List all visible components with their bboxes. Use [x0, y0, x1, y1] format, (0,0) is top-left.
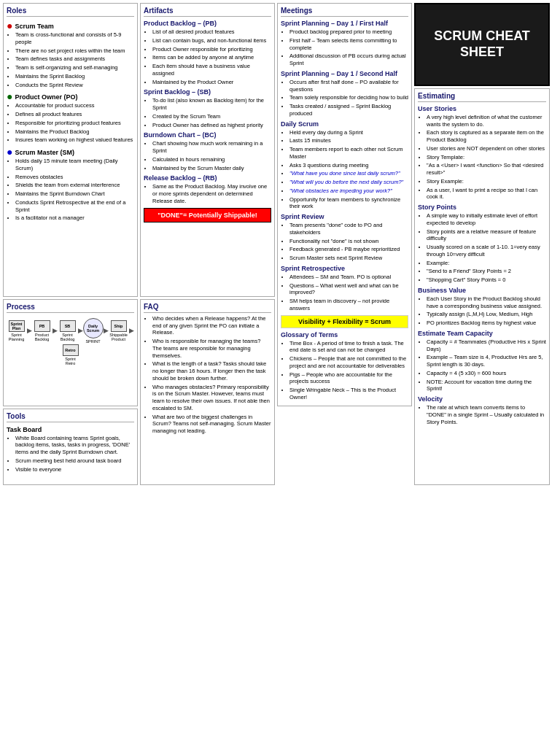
proc-sprint-planning: SprintPlan Sprint Planning: [7, 320, 26, 341]
visibility-label: Visibility + Flexibility = Scrum: [281, 315, 408, 328]
sprint-retrospective-title: Sprint Retrospective: [281, 265, 408, 272]
estimate-capacity-list: Capacity = # Teammates (Productive Hrs x…: [418, 338, 546, 392]
list-item: Who manages obstacles? Primary responsib…: [152, 384, 271, 412]
release-backlog-title: Release Backlog – (RB): [144, 174, 271, 182]
list-item: Product Owner responsible for prioritizi…: [152, 46, 271, 53]
list-item: Scrum Master sets next Sprint Review: [289, 255, 408, 262]
list-item: SM helps team in discovery – not provide…: [289, 298, 408, 312]
list-item: Is a facilitator not a manager: [15, 214, 134, 222]
list-item: Additional discussion of PB occurs durin…: [289, 53, 408, 67]
product-owner-list: Accountable for product success Defines …: [7, 102, 134, 144]
estimate-capacity-title: Estimate Team Capacity: [418, 330, 546, 337]
proc-box: Retro: [63, 344, 79, 356]
list-item: Defines all product features: [15, 111, 134, 118]
list-item: Pigs – People who are accountable for th…: [289, 371, 408, 386]
list-item: Removes obstacles: [15, 174, 134, 181]
proc-circle: DailyScrum: [83, 318, 104, 338]
list-item: White Board containing teams Sprint goal…: [15, 435, 134, 456]
list-item: As a user, I want to print a recipe so t…: [427, 187, 546, 201]
list-item: Responsible for prioritizing product fea…: [15, 120, 134, 127]
sprint-planning-first-list: Product backlog prepared prior to meetin…: [281, 28, 408, 67]
proc-label: SPRINT: [85, 339, 100, 344]
sprint-backlog-title: Sprint Backlog – (SB): [144, 88, 271, 96]
italic-item: "What have you done since last daily scr…: [289, 170, 400, 177]
list-item: Functionality not "done" is not shown: [289, 238, 408, 245]
proc-label: Sprint Planning: [7, 333, 26, 341]
velocity-list: The rate at which team converts items to…: [418, 404, 546, 425]
list-item: "As a <User> I want <function> So that <…: [427, 162, 546, 177]
proc-retrospective: Retro Sprint Retro: [61, 344, 80, 365]
list-item: Held every day during a Sprint: [289, 129, 408, 136]
release-backlog-list: Same as the Product Backlog. May involve…: [144, 183, 271, 204]
list-item: To-do list (also known as Backlog item) …: [152, 97, 271, 112]
list-item: Created by the Scrum Team: [152, 113, 271, 120]
business-value-title: Business Value: [418, 287, 546, 294]
list-item: What are two of the biggest challenges i…: [152, 414, 271, 435]
list-item: Maintains the Sprint Backlog: [15, 73, 134, 80]
process-diagram: SprintPlan Sprint Planning ▶ PB Product …: [7, 315, 134, 368]
sprint-planning-second-title: Sprint Planning – Day 1 / Second Half: [281, 70, 408, 77]
list-item: List can contain bugs, and non-functiona…: [152, 37, 271, 44]
sprint-review-list: Team presents "done" code to PO and stak…: [281, 222, 408, 262]
burndown-chart-title: Burndown Chart – (BC): [144, 131, 271, 139]
list-item: Story Template:: [427, 154, 546, 161]
user-stories-title: User Stories: [418, 105, 546, 112]
burndown-chart-list: Chart showing how much work remaining in…: [144, 140, 271, 171]
list-item: Chickens – People that are not committed…: [289, 355, 408, 370]
list-item: Calculated in hours remaining: [152, 156, 271, 163]
proc-arrow: ▶: [27, 327, 32, 334]
glossary-list: Time Box - A period of time to finish a …: [281, 340, 408, 401]
list-item: Team solely responsible for deciding how…: [289, 94, 408, 101]
product-backlog-list: List of all desired product features Lis…: [144, 28, 271, 85]
list-item: Insures team working on highest valued f…: [15, 136, 134, 144]
list-item: Team members report to each other not Sc…: [289, 146, 408, 160]
italic-item: "What will you do before the next daily …: [289, 179, 403, 185]
sprint-backlog-list: To-do list (also known as Backlog item) …: [144, 97, 271, 128]
process-title: Process: [7, 303, 134, 313]
product-owner-header: ● Product Owner (PO): [7, 90, 134, 102]
list-item: Questions – What went well and what can …: [289, 282, 408, 297]
list-item: "Send to a Friend" Story Points = 2: [427, 268, 546, 275]
cheat-sheet-title: SCRUM CHEAT SHEET: [420, 28, 544, 60]
list-item: Capacity = 4 (5 x30) = 600 hours: [427, 370, 546, 377]
list-item: Scrum meeting best held around task boar…: [15, 457, 134, 465]
proc-product-backlog: PB Product Backlog: [33, 320, 52, 341]
list-item: What is the length of a task? Tasks shou…: [152, 360, 271, 382]
scrum-team-list: Team is cross-functional and consists of…: [7, 31, 134, 88]
list-item: Team is cross-functional and consists of…: [15, 31, 134, 46]
list-item: "What have you done since last daily scr…: [289, 170, 408, 177]
story-points-list: A simple way to initially estimate level…: [418, 212, 546, 284]
proc-sprint: DailyScrum SPRINT: [84, 318, 103, 344]
list-item: "What will you do before the next daily …: [289, 179, 408, 186]
list-item: Holds daily 15 minute team meeting (Dail…: [15, 158, 134, 172]
list-item: Lasts 15 minutes: [289, 137, 408, 144]
list-item: Typically assign (L,M,H) Low, Medium, Hi…: [427, 311, 546, 318]
artifacts-title: Artifacts: [144, 7, 271, 17]
list-item: Maintained by the Scrum Master daily: [152, 165, 271, 172]
product-owner-title: Product Owner (PO): [15, 93, 77, 101]
list-item: Tasks created / assigned – Sprint Backlo…: [289, 103, 408, 117]
list-item: Who is responsible for managing the team…: [152, 338, 271, 359]
list-item: Team is self-organizing and self-managin…: [15, 64, 134, 71]
italic-item: "What obstacles are impeding your work?": [289, 187, 392, 194]
tools-section: Tools Task Board White Board containing …: [3, 409, 138, 485]
list-item: Chart showing how much work remaining in…: [152, 140, 271, 155]
list-item: Who decides when a Release happens? At t…: [152, 315, 271, 336]
list-item: Opportunity for team members to synchron…: [289, 196, 408, 211]
sprint-planning-second-list: Occurs after first half done – PO availa…: [281, 79, 408, 117]
list-item: A very high level definition of what the…: [427, 114, 546, 128]
proc-label: Product Backlog: [33, 333, 52, 341]
scrum-master-header: ● Scrum Master (SM): [7, 145, 134, 158]
list-item: There are no set project roles within th…: [15, 47, 134, 55]
list-item: List of all desired product features: [152, 28, 271, 36]
list-item: Shields the team from external interfere…: [15, 182, 134, 189]
glossary-title: Glossary of Terms: [281, 331, 408, 338]
task-board-list: White Board containing teams Sprint goal…: [7, 435, 134, 473]
list-item: Items can be added by anyone at anytime: [152, 54, 271, 61]
faq-section: FAQ Who decides when a Release happens? …: [140, 299, 275, 485]
proc-arrow: ▶: [104, 327, 109, 334]
list-item: PO prioritizes Backlog items by highest …: [427, 320, 546, 327]
proc-label: Sprint Retro: [61, 357, 80, 365]
list-item: Time Box - A period of time to finish a …: [289, 340, 408, 355]
tools-title: Tools: [7, 412, 134, 422]
